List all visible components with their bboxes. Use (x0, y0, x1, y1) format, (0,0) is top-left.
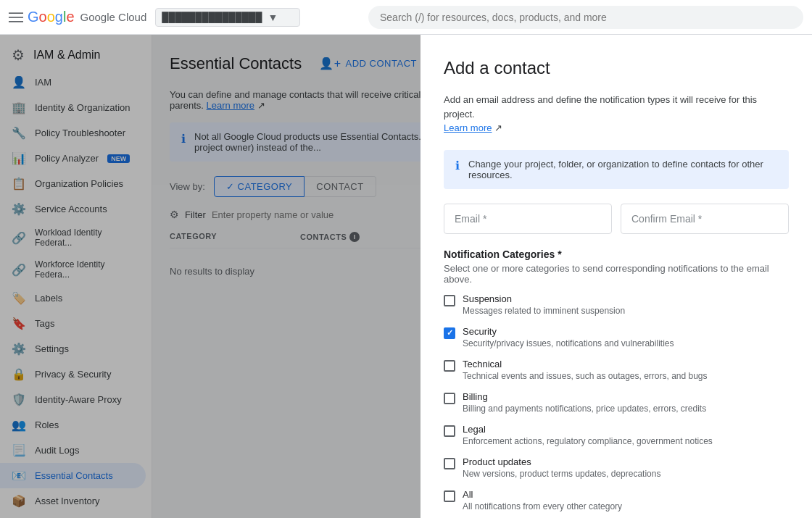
notif-categories-title: Notification Categories * (444, 248, 789, 260)
topbar: Google Google Cloud ███████████████ ▼ (0, 0, 812, 35)
panel-subtitle: Add an email address and define the noti… (444, 93, 789, 135)
panel-learn-more-link[interactable]: Learn more (444, 122, 492, 133)
notification-categories-section: Notification Categories * Select one or … (444, 248, 789, 519)
panel-title: Add a contact (444, 58, 789, 78)
checkbox-technical[interactable] (444, 360, 455, 372)
category-desc-billing: Billing and payments notifications, pric… (463, 404, 706, 414)
category-item-security: Security Security/privacy issues, notifi… (444, 326, 789, 348)
project-selector[interactable]: ███████████████ ▼ (155, 8, 300, 27)
category-name-all: All (463, 489, 622, 500)
panel-info-box: ℹ Change your project, folder, or organi… (444, 150, 789, 189)
overlay[interactable]: Add a contact Add an email address and d… (0, 35, 812, 518)
cloud-text: Google Cloud (80, 11, 147, 23)
category-item-suspension: Suspension Messages related to imminent … (444, 293, 789, 316)
svg-rect-2 (9, 21, 23, 22)
add-contact-panel: Add a contact Add an email address and d… (420, 35, 812, 518)
checkbox-legal[interactable] (444, 425, 455, 437)
category-desc-technical: Technical events and issues, such as out… (463, 371, 708, 381)
checkbox-all[interactable] (444, 490, 455, 502)
category-desc-suspension: Messages related to imminent suspension (463, 306, 625, 316)
svg-rect-0 (9, 12, 23, 14)
category-desc-security: Security/privacy issues, notifications a… (463, 338, 674, 348)
category-name-suspension: Suspension (463, 293, 625, 304)
category-item-billing: Billing Billing and payments notificatio… (444, 391, 789, 414)
checkbox-billing[interactable] (444, 393, 455, 404)
email-row (444, 204, 789, 234)
notif-categories-subtitle: Select one or more categories to send co… (444, 263, 789, 285)
dropdown-arrow-icon: ▼ (268, 12, 278, 23)
category-item-all: All All notifications from every other c… (444, 489, 789, 511)
email-field[interactable] (444, 204, 612, 234)
category-item-legal: Legal Enforcement actions, regulatory co… (444, 424, 789, 446)
category-desc-legal: Enforcement actions, regulatory complian… (463, 436, 713, 446)
checkbox-security[interactable] (444, 327, 455, 339)
category-desc-all: All notifications from every other categ… (463, 501, 622, 511)
panel-info-icon: ℹ (455, 159, 460, 172)
checkbox-suspension[interactable] (444, 295, 455, 306)
search-input[interactable] (368, 6, 803, 29)
panel-info-text: Change your project, folder, or organiza… (468, 159, 777, 180)
category-name-technical: Technical (463, 359, 708, 369)
hamburger-icon[interactable] (9, 10, 23, 25)
project-name: ███████████████ (162, 12, 262, 22)
checkbox-product-updates[interactable] (444, 458, 455, 469)
confirm-email-field[interactable] (621, 204, 789, 234)
svg-rect-1 (9, 17, 23, 18)
category-name-security: Security (463, 326, 674, 337)
category-desc-product-updates: New versions, product terms updates, dep… (463, 469, 660, 479)
category-name-legal: Legal (463, 424, 713, 435)
category-name-billing: Billing (463, 391, 706, 402)
category-item-product-updates: Product updates New versions, product te… (444, 456, 789, 479)
google-cloud-logo: Google Google Cloud (9, 9, 146, 25)
category-item-technical: Technical Technical events and issues, s… (444, 359, 789, 381)
category-name-product-updates: Product updates (463, 456, 660, 467)
